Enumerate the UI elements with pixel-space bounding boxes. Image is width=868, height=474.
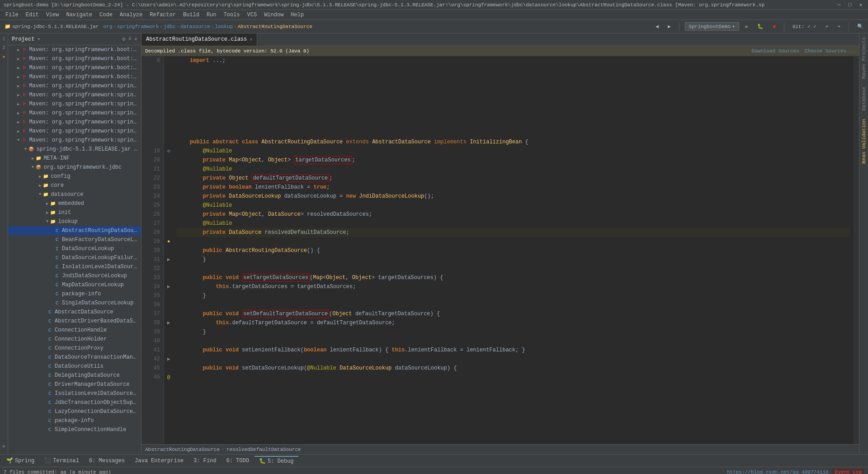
left-icon-3[interactable]: ★ xyxy=(1,52,6,61)
breadcrumb-class-bottom[interactable]: AbstractRoutingDataSource xyxy=(145,447,220,452)
sidebar-item-maven-aop[interactable]: ▶ M Maven: org.springframework:spring-ao… xyxy=(8,81,141,90)
tab-find[interactable]: 3: Find xyxy=(189,457,221,465)
sidebar-item-jndi[interactable]: C JndiDataSourceLookup xyxy=(8,271,141,280)
code-minimap[interactable] xyxy=(854,56,859,444)
menu-refactor[interactable]: Refactor xyxy=(146,11,179,19)
menu-code[interactable]: Code xyxy=(96,11,116,19)
sidebar-item-springframework-jdbc[interactable]: ▼ 📦 org.springframework.jdbc xyxy=(8,163,141,172)
left-icon-2[interactable]: 2 xyxy=(1,44,6,52)
bean-validation-panel-tab[interactable]: Bean Validation xyxy=(860,115,868,167)
minimize-button[interactable]: ─ xyxy=(835,1,843,9)
sidebar-item-datasourceutils[interactable]: C DataSourceUtils xyxy=(8,362,141,371)
sidebar-item-jar[interactable]: ▼ 📦 spring-jdbc-5.1.3.RELEASE.jar librar… xyxy=(8,145,141,154)
sidebar-item-maven-beans[interactable]: ▶ M Maven: org.springframework:spring-be… xyxy=(8,90,141,100)
event-log-button[interactable]: Event Log xyxy=(832,469,864,474)
sidebar-item-abstract-routing[interactable]: C AbstractRoutingDataSource xyxy=(8,226,141,235)
sidebar-item-abstractds[interactable]: C AbstractDataSource xyxy=(8,308,141,317)
sidebar-item-map[interactable]: C MapDataSourceLookup xyxy=(8,280,141,289)
sidebar-item-maven-jdbc[interactable]: ▼ M Maven: org.springframework:spring-jd… xyxy=(8,136,141,145)
sidebar-item-maven-boot4[interactable]: ▶ M Maven: org.springframework.boot:spri… xyxy=(8,72,141,81)
breadcrumb-springframework[interactable]: springframwork xyxy=(117,24,159,29)
breadcrumb-org[interactable]: org xyxy=(103,24,112,29)
menu-file[interactable]: File xyxy=(2,11,22,19)
toolbar-project[interactable]: 📁 spring-jdbc-5.1.3.RELEASE.jar xyxy=(2,23,101,30)
sidebar-item-connproxy[interactable]: C ConnectionProxy xyxy=(8,344,141,353)
undo-button[interactable]: ↶ xyxy=(823,23,831,30)
breadcrumb-jdbc[interactable]: jdbc xyxy=(164,24,175,29)
sidebar-item-maven-context[interactable]: ▶ M Maven: org.springframework:spring-co… xyxy=(8,100,141,109)
sidebar-item-config[interactable]: ▶ 📁 config xyxy=(8,172,141,181)
tab-todo[interactable]: 6: TODO xyxy=(222,457,254,465)
sidebar-item-isolationadapter[interactable]: C IsolationLevelDataSourceAdapter xyxy=(8,389,141,398)
sidebar-item-maven-boot1[interactable]: ▶ M Maven: org.springframework.boot:spri… xyxy=(8,45,141,54)
menu-analyze[interactable]: Analyze xyxy=(116,11,146,19)
sidebar-settings-icon[interactable]: ⚙ xyxy=(122,36,125,43)
sidebar-item-delegating[interactable]: C DelegatingDataSource xyxy=(8,371,141,380)
tab-java-enterprise[interactable]: Java Enterprise xyxy=(130,457,188,465)
sidebar-item-beanfactory[interactable]: C BeanFactoryDataSourceLookup xyxy=(8,235,141,244)
search-everywhere-button[interactable]: 🔍 xyxy=(854,23,866,30)
menu-run[interactable]: Run xyxy=(203,11,220,19)
sidebar-collapse-icon[interactable]: ≡ xyxy=(128,36,132,43)
sidebar-item-metainf[interactable]: ▶ 📁 META-INF xyxy=(8,154,141,163)
menu-view[interactable]: View xyxy=(42,11,63,19)
sidebar-item-embedded[interactable]: ▶ 📁 embedded xyxy=(8,199,141,208)
maximize-button[interactable]: □ xyxy=(846,1,854,9)
download-sources-link[interactable]: Download Sources xyxy=(751,48,799,54)
tab-spring[interactable]: 🌱 Spring xyxy=(2,456,39,465)
breadcrumb-class[interactable]: AbstractRoutingDataSource xyxy=(238,24,312,29)
menu-help[interactable]: Help xyxy=(287,11,307,19)
menu-window[interactable]: Window xyxy=(260,11,287,19)
sidebar-item-connhandle[interactable]: C ConnectionHandle xyxy=(8,326,141,335)
left-icon-1[interactable]: 1 xyxy=(1,35,6,43)
left-icon-web[interactable]: ⊕ xyxy=(1,442,6,450)
sidebar-item-isolation[interactable]: C IsolationLevelDataSourceRouter xyxy=(8,262,141,271)
sidebar-item-maven-expr[interactable]: ▶ M Maven: org.springframework:spring-ex… xyxy=(8,118,141,127)
sidebar-item-maven-boot2[interactable]: ▶ M Maven: org.springframework.boot:spri… xyxy=(8,54,141,63)
sidebar-item-maven-boot3[interactable]: ▶ M Maven: org.springframework.boot:spri… xyxy=(8,63,141,72)
maven-projects-panel-tab[interactable]: Maven Projects xyxy=(860,33,868,82)
stop-button[interactable]: ■ xyxy=(770,23,778,30)
tab-messages[interactable]: 6: Messages xyxy=(85,457,129,465)
debug-button[interactable]: 🐛 xyxy=(755,23,766,30)
sidebar-item-jdbctxobject[interactable]: C JdbcTransactionObjectSupport xyxy=(8,398,141,407)
menu-build[interactable]: Build xyxy=(179,11,203,19)
sidebar-item-maven-jc5[interactable]: ▶ M Maven: org.springframework:spring-jc… xyxy=(8,127,141,136)
sidebar-item-init[interactable]: ▶ 📁 init xyxy=(8,208,141,217)
editor-tab-main[interactable]: AbstractRoutingDataSource.class ✕ xyxy=(142,33,257,46)
menu-navigate[interactable]: Navigate xyxy=(62,11,96,19)
sidebar-item-abstractdriver[interactable]: C AbstractDriverBasedDataSource xyxy=(8,317,141,326)
menu-vcs[interactable]: VCS xyxy=(244,11,261,19)
run-config-selector[interactable]: SpringbootDemo ▾ xyxy=(685,22,739,31)
breadcrumb-datasource[interactable]: datasource xyxy=(180,24,210,29)
forward-button[interactable]: ▶ xyxy=(665,23,674,30)
tab-terminal[interactable]: ⬛ Terminal xyxy=(40,456,84,465)
sidebar-item-datasourcelookup[interactable]: I DataSourceLookup xyxy=(8,244,141,253)
close-button[interactable]: ✕ xyxy=(857,1,864,9)
sidebar-item-datasourcelookupfailure[interactable]: C DataSourceLookupFailureException xyxy=(8,253,141,262)
code-content[interactable]: import ...; public abstract class Abstra… xyxy=(173,56,854,444)
tab-debug[interactable]: 🐛 5: Debug xyxy=(255,456,298,465)
choose-sources-link[interactable]: Choose Sources... xyxy=(805,48,855,54)
sidebar-item-lazyconn[interactable]: C LazyConnectionDataSourceProxy xyxy=(8,407,141,416)
breadcrumb-lookup[interactable]: lookup xyxy=(215,24,233,29)
sidebar-item-maven-core[interactable]: ▶ M Maven: org.springframework:spring-co… xyxy=(8,109,141,118)
sidebar-close-icon[interactable]: ✕ xyxy=(134,36,137,43)
breadcrumb-field-bottom[interactable]: resolvedDefaultDataSource xyxy=(226,447,301,452)
sidebar-item-drivermanager[interactable]: C DriverManagerDataSource xyxy=(8,380,141,389)
sidebar-item-pkginfo2[interactable]: C package-info xyxy=(8,416,141,425)
sidebar-item-simpleconn[interactable]: C SimpleConnectionHandle xyxy=(8,425,141,434)
sidebar-item-core[interactable]: ▶ 📁 core xyxy=(8,181,141,190)
menu-tools[interactable]: Tools xyxy=(220,11,244,19)
sidebar-item-lookup[interactable]: ▼ 📁 lookup xyxy=(8,217,141,226)
tab-close-button[interactable]: ✕ xyxy=(250,37,252,42)
sidebar-item-package-info[interactable]: C package-info xyxy=(8,289,141,299)
menu-edit[interactable]: Edit xyxy=(22,11,42,19)
back-button[interactable]: ◀ xyxy=(653,23,661,30)
sidebar-item-single[interactable]: C SingleDataSourceLookup xyxy=(8,299,141,308)
database-panel-tab[interactable]: Database xyxy=(860,83,868,114)
sidebar-item-connholder[interactable]: C ConnectionHolder xyxy=(8,335,141,344)
redo-button[interactable]: ↷ xyxy=(835,23,843,30)
run-button[interactable]: ▶ xyxy=(743,23,751,30)
sidebar-item-datasource[interactable]: ▼ 📁 datasource xyxy=(8,190,141,199)
